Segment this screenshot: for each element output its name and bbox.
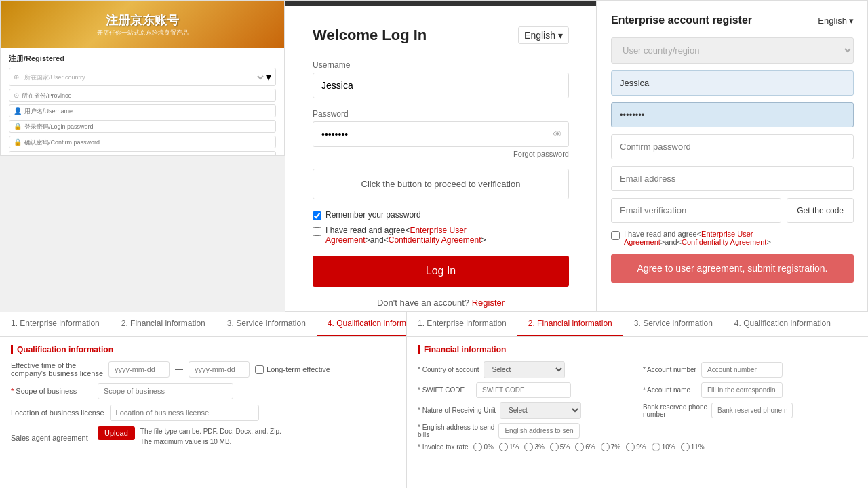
tax-radio-9[interactable] — [626, 443, 635, 451]
ent-email-input[interactable] — [611, 166, 854, 191]
financial-tab-content: Financial information * Country of accou… — [407, 337, 868, 460]
tab-right-financial-info[interactable]: 2. Financial information — [517, 312, 623, 336]
tax-option-6[interactable]: 6% — [575, 443, 595, 451]
enterprise-register-panel: Enterprise account register English ▾ Us… — [597, 0, 868, 312]
tab-qualification-info[interactable]: 4. Qualification information — [317, 312, 407, 336]
tax-option-5[interactable]: 5% — [550, 443, 570, 451]
tax-radio-3[interactable] — [524, 443, 533, 451]
login-panel: Welcome Log In English ▾ Username Passwo… — [285, 0, 597, 312]
password-input[interactable] — [313, 121, 569, 147]
country-account-select[interactable]: Select — [484, 361, 565, 378]
country-account-row: * Country of account Select — [418, 361, 632, 378]
eye-icon[interactable]: 👁 — [553, 129, 562, 140]
reg-login-password-input[interactable] — [24, 123, 271, 130]
ent-country-select[interactable]: User country/region — [611, 37, 854, 64]
bank-phone-label: Bank reserved phone number — [643, 403, 707, 418]
tab-right-enterprise-info[interactable]: 1. Enterprise information — [407, 312, 517, 336]
password-field: Password 👁 Forgot password — [313, 109, 569, 158]
ent-username-field[interactable]: Jessica — [611, 70, 854, 96]
tax-option-7[interactable]: 7% — [601, 443, 620, 451]
ent-password-input[interactable] — [611, 102, 854, 127]
location-row: Location of business license — [11, 405, 395, 421]
account-number-input[interactable] — [701, 362, 783, 378]
ent-verify-row: Get the code — [611, 198, 854, 223]
ent-agreement-checkbox[interactable] — [611, 231, 620, 240]
agreement-checkbox[interactable] — [313, 227, 321, 236]
confidentiality-link[interactable]: Confidentiality Agreement — [389, 235, 481, 245]
reg-login-password-row[interactable]: 🔒 — [9, 120, 276, 133]
ent-header: Enterprise account register English ▾ — [611, 14, 854, 26]
tax-option-1[interactable]: 1% — [499, 443, 519, 451]
tax-option-11[interactable]: 11% — [681, 443, 705, 451]
swift-code-input[interactable] — [476, 382, 571, 398]
account-name-input[interactable] — [701, 382, 783, 398]
reg-username-row[interactable]: 👤 — [9, 104, 276, 117]
receiving-unit-label: * Nature of Receiving Unit — [418, 407, 496, 414]
tax-option-9[interactable]: 9% — [626, 443, 646, 451]
reg-country-row[interactable]: ⊕ 所在国家/User country ▾ — [9, 68, 276, 86]
login-header: Welcome Log In English ▾ — [313, 26, 569, 44]
ent-country-field[interactable]: User country/region — [611, 37, 854, 64]
register-link[interactable]: Register — [472, 298, 505, 308]
tax-rate-label: * Invoice tax rate — [418, 443, 468, 451]
tax-radio-1[interactable] — [499, 443, 508, 451]
effective-date-start-input[interactable] — [108, 361, 170, 378]
location-input[interactable] — [110, 405, 259, 421]
ent-confidentiality-link[interactable]: Confidentiality Agreement — [682, 238, 766, 246]
tax-rate-row: * Invoice tax rate 0% 1% 3% 5% 6% 7% 9% … — [418, 443, 857, 451]
verification-box[interactable]: Click the button to proceed to verificat… — [313, 169, 569, 199]
tab-enterprise-info[interactable]: 1. Enterprise information — [0, 312, 111, 336]
bottom-section: 1. Enterprise information 2. Financial i… — [0, 312, 868, 488]
bank-phone-input[interactable] — [711, 403, 793, 418]
ent-title: Enterprise account register — [611, 14, 752, 26]
long-term-checkbox[interactable] — [255, 365, 264, 374]
tax-radio-0[interactable] — [473, 443, 482, 451]
ent-language-selector[interactable]: English ▾ — [818, 16, 854, 26]
tax-radio-5[interactable] — [550, 443, 559, 451]
effective-time-label: Effective time of the — [11, 361, 103, 369]
english-address-label: * English address to send bills — [418, 424, 494, 439]
ent-confirm-password-input[interactable] — [611, 134, 854, 159]
ent-username-input[interactable]: Jessica — [611, 70, 854, 96]
ent-password-field[interactable] — [611, 102, 854, 127]
tax-option-10[interactable]: 10% — [652, 443, 675, 451]
reg-province-input[interactable] — [22, 92, 271, 99]
reg-email-row[interactable]: ✉ — [9, 151, 276, 156]
location-icon: ⊙ — [14, 92, 19, 99]
upload-button[interactable]: Upload — [98, 426, 135, 440]
reg-country-select[interactable]: 所在国家/User country — [22, 73, 266, 81]
forgot-password-link[interactable]: Forgot password — [313, 150, 569, 158]
ent-email-field[interactable] — [611, 166, 854, 191]
tax-radio-11[interactable] — [681, 443, 690, 451]
tab-right-qualification-info[interactable]: 4. Qualification information — [724, 312, 842, 336]
tab-financial-info[interactable]: 2. Financial information — [111, 312, 216, 336]
language-selector[interactable]: English ▾ — [518, 26, 569, 44]
login-button[interactable]: Log In — [313, 256, 569, 287]
tab-right-service-info[interactable]: 3. Service information — [623, 312, 724, 336]
reg-email-input[interactable] — [22, 155, 271, 157]
tax-option-3[interactable]: 3% — [524, 443, 544, 451]
tax-radio-10[interactable] — [652, 443, 660, 451]
remember-checkbox[interactable] — [313, 211, 321, 220]
reg-province-row[interactable]: ⊙ — [9, 89, 276, 102]
bottom-left-panel: 1. Enterprise information 2. Financial i… — [0, 312, 407, 488]
english-address-input[interactable] — [498, 423, 580, 439]
ent-submit-button[interactable]: Agree to user agreement, submit registra… — [611, 254, 854, 283]
reg-confirm-password-row[interactable]: 🔒 — [9, 136, 276, 148]
username-input[interactable] — [313, 73, 569, 98]
ent-verification-input[interactable] — [611, 198, 781, 223]
bottom-right-panel: 1. Enterprise information 2. Financial i… — [407, 312, 868, 488]
password-wrapper: 👁 — [313, 121, 569, 147]
tax-option-0[interactable]: 0% — [473, 443, 493, 451]
reg-username-input[interactable] — [24, 108, 271, 115]
effective-date-end-input[interactable] — [189, 361, 250, 378]
receiving-unit-select[interactable]: Select — [500, 402, 581, 419]
scope-input[interactable] — [98, 383, 233, 399]
tax-radio-6[interactable] — [575, 443, 584, 451]
ent-confirm-password-field[interactable] — [611, 134, 854, 159]
chevron-icon: ▾ — [266, 70, 271, 83]
get-code-button[interactable]: Get the code — [787, 198, 854, 223]
tax-radio-7[interactable] — [601, 443, 610, 451]
reg-confirm-password-input[interactable] — [24, 139, 271, 146]
tab-service-info[interactable]: 3. Service information — [216, 312, 317, 336]
